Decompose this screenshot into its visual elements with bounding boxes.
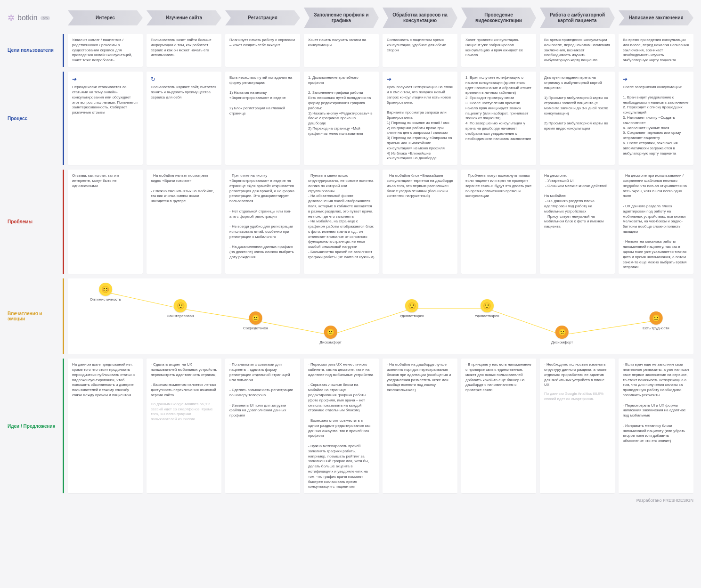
card-text: После завершения консультации: 1. Врач в… [623,85,688,155]
arrow-right-icon: ➔ [72,75,139,83]
emotions-panel: 😊Оптимистичность🙂Заинтересован😐Сосредото… [68,278,693,354]
row-label-problems: Проблемы [8,170,64,274]
card-process-0: ➔Периодически сталкивается со статьями н… [68,72,143,165]
row-label-emotions: Впечатления и эмоции [8,278,64,354]
emotion-label: Удовлетворен [399,314,424,318]
emotion-point-1: 🙂Заинтересован [167,299,194,318]
card-problems-2: - При клике на кнопку «Зарегистрироватьс… [225,170,300,274]
stage-4: Обработка запросов на консультацию [383,8,457,28]
card-process-1: ↻Пользователь изучает сайт, пытается пон… [147,72,221,165]
emotion-point-7: 😐Есть трудности [643,311,669,330]
emotion-point-2: 😐Сосредоточен [243,311,268,330]
emoji-neutral-icon: 😐 [249,311,262,325]
card-ideas-0: На данном шаге предложений нет, кроме то… [68,359,143,493]
card-note: По данным Google Analitics 66,9% сессий … [151,402,217,422]
emotion-point-4: 🙂Удовлетворен [399,299,424,318]
card-process-2: Есть несколько путей попадания на форму … [225,72,300,165]
card-goals-2: Планирует начать работу с сервисом – хоч… [225,34,300,67]
emotion-label: Дискомфорт [551,340,573,344]
card-ideas-4: - На мобайле на дашборде лучше изменить … [383,359,457,493]
card-text: Периодически сталкивается со статьями на… [72,85,139,114]
card-goals-0: Узнал от коллег / пациентов / родственни… [68,34,143,67]
row-label-process: Процесс [8,72,64,165]
arrow-right-icon: ➔ [387,75,453,83]
emoji-smile-icon: 🙂 [174,299,187,312]
card-process-3: 1. Дозаполнение врачебного профиля 2. За… [304,72,379,165]
emoji-meh-icon: 😕 [555,326,569,339]
emoji-happy-icon: 😊 [99,283,112,296]
card-goals-6: Во время проведения консультации или пос… [540,34,615,67]
card-process-6: Два пути попадания врача на страницу с а… [540,72,615,165]
card-ideas-1: - Сделать акцент на UX пользователей моб… [147,359,221,493]
card-text: - Сделать акцент на UX пользователей моб… [151,362,218,397]
row-label-goals: Цели пользователя [8,34,64,67]
card-goals-3: Хочет начать получать записи на консульт… [304,34,379,67]
emotion-point-0: 😊Оптимистичность [90,283,121,302]
card-goals-5: Хочет провести консультацию. Пациент уже… [461,34,536,67]
card-text: Врач получает нотификацию на email и в с… [387,85,454,160]
card-goals-4: Согласовать с пациентом время консультац… [383,34,457,67]
card-text: - Необходимо полностью изменить структур… [544,362,609,387]
stage-2: Регистрация [225,10,300,25]
stage-7: Написание заключения [619,10,693,25]
card-problems-3: - Пункты в меню плохо структурированы, н… [304,170,379,274]
emotion-label: Удовлетворен [475,314,499,318]
emotion-point-3: 😕Дискомфорт [320,326,342,344]
card-problems-0: Отзывы, как коллег, так и в интернете, м… [68,170,143,274]
card-goals-7: Во время проведения консультации или пос… [619,34,693,67]
reload-icon: ↻ [151,75,217,83]
card-problems-4: - На мобайле блок «Ближайшие консультаци… [383,170,457,274]
emoji-meh-icon: 😕 [324,326,337,339]
card-process-7: ➔После завершения консультации: 1. Врач … [619,72,693,165]
stage-0: Интерес [68,10,143,25]
card-process-5: 1. Врач получает нотификацию о начале ко… [461,72,536,165]
card-process-4: ➔Врач получает нотификацию на email и в … [383,72,457,165]
card-ideas-6: - Необходимо полностью изменить структур… [540,359,615,493]
emotion-point-5: 🙂Удовлетворен [475,299,499,318]
emoji-neutral-icon: 😐 [649,311,662,325]
arrow-right-icon: ➔ [623,75,689,83]
card-goals-1: Пользователь хочет найти больше информац… [147,34,221,67]
card-problems-5: - Проблемы могут возникнуть только если … [461,170,536,274]
emotions-line [68,278,693,354]
card-ideas-7: - Если врач еще не заполнил свои платежн… [619,359,693,493]
card-ideas-2: - По аналогии с советами для пациента – … [225,359,300,493]
card-problems-6: На десктопе: - Устаревший UI - Слишком м… [540,170,615,274]
brand-logo: ✲ botkin pro [8,13,64,23]
card-ideas-3: - Пересмотреть UX меню личного кабинета,… [304,359,379,493]
row-label-ideas: Идеи / Предложения [8,359,64,493]
emoji-smile-icon: 🙂 [405,299,418,312]
stage-5: Проведение видеоконсультации [461,8,536,28]
emotion-label: Оптимистичность [90,297,121,302]
card-problems-7: - На десктопе при использовании / сохран… [619,170,693,274]
stage-3: Заполнение профиля и графика [304,8,379,28]
emoji-smile-icon: 🙂 [481,299,494,312]
card-text: Пользователь изучает сайт, пытается поня… [151,85,217,99]
emotion-label: Есть трудности [643,326,669,330]
emotion-label: Сосредоточен [243,326,268,330]
card-ideas-5: - В принципе у нас есть напоминание о пр… [461,359,536,493]
emotion-label: Заинтересован [167,314,194,318]
brand-name: botkin [17,14,38,22]
stage-1: Изучение сайта [147,10,221,25]
emotion-label: Дискомфорт [320,340,342,344]
brain-icon: ✲ [8,13,15,23]
card-problems-1: - На мобайле нельзя посмотреть видео «Вр… [147,170,221,274]
emotion-point-6: 😕Дискомфорт [551,326,573,344]
credit-text: Разработано FRESHDESIGN [8,498,693,503]
stage-6: Работа с амбулаторной картой пациента [540,8,615,28]
card-note: По данным Google Analitics 66,9% сессий … [544,392,611,402]
brand-sup: pro [41,16,50,20]
